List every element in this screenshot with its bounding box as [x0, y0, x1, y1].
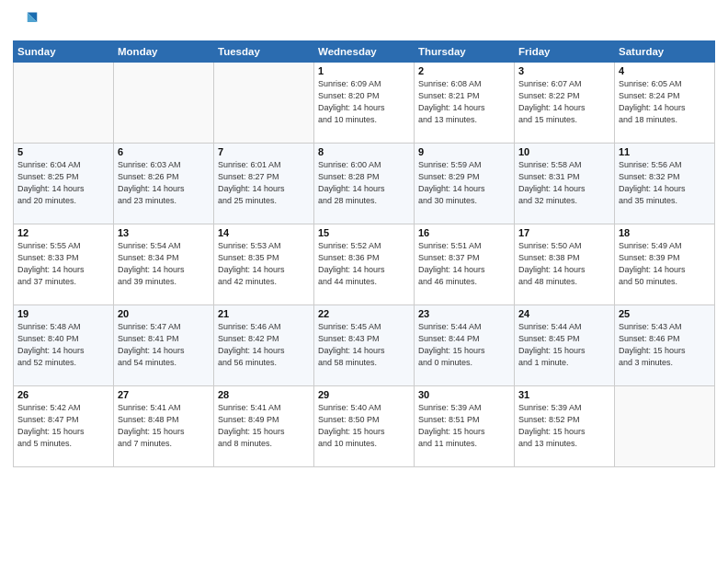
calendar-cell: 12Sunrise: 5:55 AM Sunset: 8:33 PM Dayli… [14, 224, 114, 305]
day-info: Sunrise: 5:45 AM Sunset: 8:43 PM Dayligh… [318, 321, 410, 369]
day-number: 24 [518, 308, 610, 319]
calendar-cell: 17Sunrise: 5:50 AM Sunset: 8:38 PM Dayli… [515, 224, 615, 305]
day-info: Sunrise: 5:42 AM Sunset: 8:47 PM Dayligh… [17, 402, 109, 450]
day-number: 3 [518, 65, 610, 76]
calendar-cell: 20Sunrise: 5:47 AM Sunset: 8:41 PM Dayli… [114, 305, 214, 386]
weekday-header-sunday: Sunday [14, 41, 114, 63]
calendar-cell: 31Sunrise: 5:39 AM Sunset: 8:52 PM Dayli… [515, 386, 615, 467]
week-row-5: 26Sunrise: 5:42 AM Sunset: 8:47 PM Dayli… [14, 386, 715, 467]
day-number: 19 [17, 308, 109, 319]
day-info: Sunrise: 5:46 AM Sunset: 8:42 PM Dayligh… [218, 321, 310, 369]
day-number: 11 [619, 146, 711, 157]
calendar-cell: 11Sunrise: 5:56 AM Sunset: 8:32 PM Dayli… [615, 144, 715, 224]
day-number: 21 [218, 308, 310, 319]
calendar-cell: 22Sunrise: 5:45 AM Sunset: 8:43 PM Dayli… [314, 305, 415, 386]
calendar-cell: 10Sunrise: 5:58 AM Sunset: 8:31 PM Dayli… [515, 144, 615, 224]
day-info: Sunrise: 6:00 AM Sunset: 8:28 PM Dayligh… [318, 159, 410, 207]
calendar-page: SundayMondayTuesdayWednesdayThursdayFrid… [0, 0, 728, 563]
calendar-cell [615, 386, 715, 467]
day-number: 20 [118, 308, 210, 319]
day-info: Sunrise: 5:39 AM Sunset: 8:52 PM Dayligh… [518, 402, 610, 450]
calendar-cell: 18Sunrise: 5:49 AM Sunset: 8:39 PM Dayli… [615, 224, 715, 305]
day-number: 26 [17, 389, 109, 400]
calendar-cell: 23Sunrise: 5:44 AM Sunset: 8:44 PM Dayli… [415, 305, 515, 386]
calendar-cell: 7Sunrise: 6:01 AM Sunset: 8:27 PM Daylig… [214, 144, 314, 224]
day-info: Sunrise: 5:43 AM Sunset: 8:46 PM Dayligh… [619, 321, 711, 369]
calendar-cell: 15Sunrise: 5:52 AM Sunset: 8:36 PM Dayli… [314, 224, 415, 305]
calendar-cell: 16Sunrise: 5:51 AM Sunset: 8:37 PM Dayli… [415, 224, 515, 305]
weekday-header-friday: Friday [515, 41, 615, 63]
calendar-cell [114, 63, 214, 144]
calendar-table: SundayMondayTuesdayWednesdayThursdayFrid… [13, 40, 715, 467]
day-info: Sunrise: 5:44 AM Sunset: 8:44 PM Dayligh… [418, 321, 510, 369]
calendar-cell: 30Sunrise: 5:39 AM Sunset: 8:51 PM Dayli… [415, 386, 515, 467]
calendar-cell: 26Sunrise: 5:42 AM Sunset: 8:47 PM Dayli… [14, 386, 114, 467]
calendar-cell: 9Sunrise: 5:59 AM Sunset: 8:29 PM Daylig… [415, 144, 515, 224]
calendar-cell: 24Sunrise: 5:44 AM Sunset: 8:45 PM Dayli… [515, 305, 615, 386]
calendar-cell: 19Sunrise: 5:48 AM Sunset: 8:40 PM Dayli… [14, 305, 114, 386]
weekday-header-thursday: Thursday [415, 41, 515, 63]
week-row-1: 1Sunrise: 6:09 AM Sunset: 8:20 PM Daylig… [14, 63, 715, 144]
day-number: 27 [118, 389, 210, 400]
day-number: 25 [619, 308, 711, 319]
calendar-cell: 6Sunrise: 6:03 AM Sunset: 8:26 PM Daylig… [114, 144, 214, 224]
day-info: Sunrise: 6:08 AM Sunset: 8:21 PM Dayligh… [418, 78, 510, 126]
day-info: Sunrise: 5:53 AM Sunset: 8:35 PM Dayligh… [218, 240, 310, 288]
day-info: Sunrise: 5:49 AM Sunset: 8:39 PM Dayligh… [619, 240, 711, 288]
calendar-cell: 21Sunrise: 5:46 AM Sunset: 8:42 PM Dayli… [214, 305, 314, 386]
day-info: Sunrise: 6:03 AM Sunset: 8:26 PM Dayligh… [118, 159, 210, 207]
day-number: 17 [518, 227, 610, 238]
day-number: 7 [218, 146, 310, 157]
calendar-cell: 25Sunrise: 5:43 AM Sunset: 8:46 PM Dayli… [615, 305, 715, 386]
weekday-header-tuesday: Tuesday [214, 41, 314, 63]
day-number: 9 [418, 146, 510, 157]
day-info: Sunrise: 5:44 AM Sunset: 8:45 PM Dayligh… [518, 321, 610, 369]
day-info: Sunrise: 6:09 AM Sunset: 8:20 PM Dayligh… [318, 78, 410, 126]
day-number: 16 [418, 227, 510, 238]
calendar-cell: 13Sunrise: 5:54 AM Sunset: 8:34 PM Dayli… [114, 224, 214, 305]
calendar-cell: 28Sunrise: 5:41 AM Sunset: 8:49 PM Dayli… [214, 386, 314, 467]
day-number: 30 [418, 389, 510, 400]
day-number: 13 [118, 227, 210, 238]
day-number: 6 [118, 146, 210, 157]
day-info: Sunrise: 5:50 AM Sunset: 8:38 PM Dayligh… [518, 240, 610, 288]
calendar-cell [214, 63, 314, 144]
logo-icon [13, 9, 39, 35]
logo [13, 9, 42, 35]
calendar-cell: 8Sunrise: 6:00 AM Sunset: 8:28 PM Daylig… [314, 144, 415, 224]
day-info: Sunrise: 5:40 AM Sunset: 8:50 PM Dayligh… [318, 402, 410, 450]
calendar-cell: 1Sunrise: 6:09 AM Sunset: 8:20 PM Daylig… [314, 63, 415, 144]
day-number: 1 [318, 65, 410, 76]
calendar-cell: 4Sunrise: 6:05 AM Sunset: 8:24 PM Daylig… [615, 63, 715, 144]
day-info: Sunrise: 6:07 AM Sunset: 8:22 PM Dayligh… [518, 78, 610, 126]
day-info: Sunrise: 5:51 AM Sunset: 8:37 PM Dayligh… [418, 240, 510, 288]
week-row-4: 19Sunrise: 5:48 AM Sunset: 8:40 PM Dayli… [14, 305, 715, 386]
week-row-3: 12Sunrise: 5:55 AM Sunset: 8:33 PM Dayli… [14, 224, 715, 305]
day-info: Sunrise: 5:55 AM Sunset: 8:33 PM Dayligh… [17, 240, 109, 288]
day-info: Sunrise: 5:52 AM Sunset: 8:36 PM Dayligh… [318, 240, 410, 288]
weekday-header-wednesday: Wednesday [314, 41, 415, 63]
weekday-header-monday: Monday [114, 41, 214, 63]
calendar-cell: 29Sunrise: 5:40 AM Sunset: 8:50 PM Dayli… [314, 386, 415, 467]
day-number: 23 [418, 308, 510, 319]
day-info: Sunrise: 5:39 AM Sunset: 8:51 PM Dayligh… [418, 402, 510, 450]
day-number: 22 [318, 308, 410, 319]
day-number: 2 [418, 65, 510, 76]
day-info: Sunrise: 5:41 AM Sunset: 8:48 PM Dayligh… [118, 402, 210, 450]
calendar-cell: 27Sunrise: 5:41 AM Sunset: 8:48 PM Dayli… [114, 386, 214, 467]
calendar-cell [14, 63, 114, 144]
day-info: Sunrise: 5:48 AM Sunset: 8:40 PM Dayligh… [17, 321, 109, 369]
weekday-header-row: SundayMondayTuesdayWednesdayThursdayFrid… [14, 41, 715, 63]
calendar-cell: 14Sunrise: 5:53 AM Sunset: 8:35 PM Dayli… [214, 224, 314, 305]
day-info: Sunrise: 5:59 AM Sunset: 8:29 PM Dayligh… [418, 159, 510, 207]
day-number: 18 [619, 227, 711, 238]
day-number: 29 [318, 389, 410, 400]
day-number: 31 [518, 389, 610, 400]
day-info: Sunrise: 5:56 AM Sunset: 8:32 PM Dayligh… [619, 159, 711, 207]
day-info: Sunrise: 6:01 AM Sunset: 8:27 PM Dayligh… [218, 159, 310, 207]
day-info: Sunrise: 5:58 AM Sunset: 8:31 PM Dayligh… [518, 159, 610, 207]
header [13, 9, 715, 35]
calendar-cell: 2Sunrise: 6:08 AM Sunset: 8:21 PM Daylig… [415, 63, 515, 144]
day-info: Sunrise: 6:05 AM Sunset: 8:24 PM Dayligh… [619, 78, 711, 126]
day-number: 14 [218, 227, 310, 238]
